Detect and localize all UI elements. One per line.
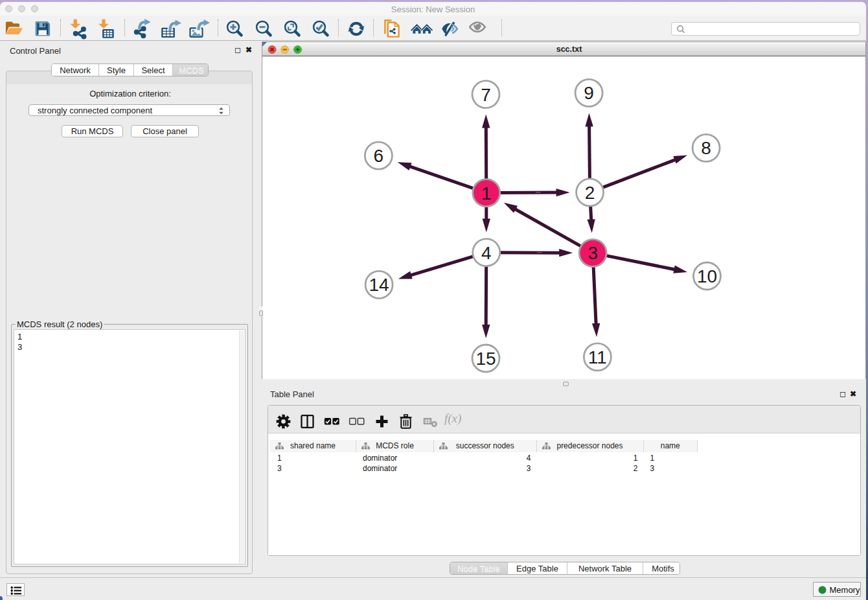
svg-text:9: 9 — [584, 83, 594, 103]
svg-text:1: 1 — [481, 183, 492, 203]
svg-text:7: 7 — [481, 85, 491, 105]
svg-text:2: 2 — [585, 183, 595, 203]
svg-text:15: 15 — [475, 349, 496, 369]
svg-text:14: 14 — [369, 275, 389, 295]
svg-text:11: 11 — [588, 347, 607, 367]
svg-text:8: 8 — [701, 138, 711, 158]
svg-text:6: 6 — [374, 146, 384, 166]
svg-text:4: 4 — [481, 243, 492, 263]
svg-text:3: 3 — [588, 243, 598, 263]
svg-text:10: 10 — [697, 266, 717, 286]
